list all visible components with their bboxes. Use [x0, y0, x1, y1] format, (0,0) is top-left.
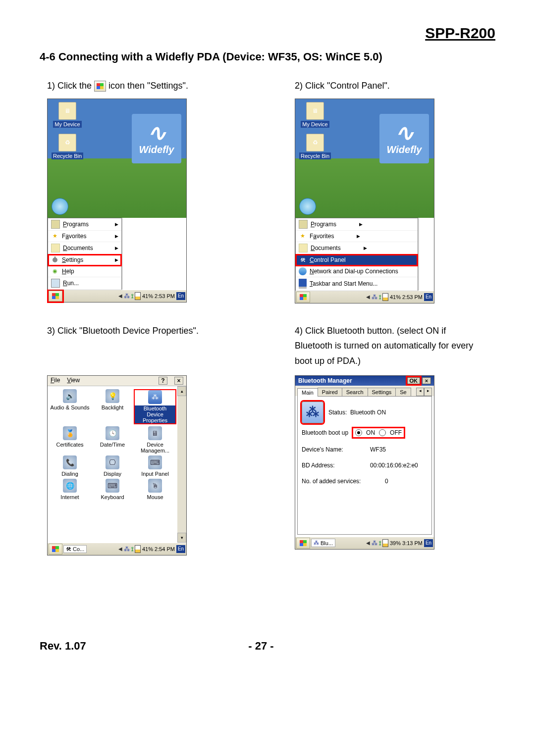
control-panel-grid: 🔊Audio & Sounds 💡Backlight ⁂Bluetooth De…: [48, 386, 177, 543]
step-1: 1) Click the icon then "Settings".: [47, 78, 238, 94]
menu-run[interactable]: Run...: [48, 277, 121, 290]
bootup-radio-group: ON OFF: [353, 428, 404, 437]
menu-view[interactable]: View: [67, 377, 80, 385]
recycle-bin-icon[interactable]: ♻Recycle Bin: [297, 134, 333, 159]
cp-backlight[interactable]: 💡Backlight: [91, 389, 134, 424]
ie-icon[interactable]: [299, 198, 316, 215]
radio-off[interactable]: [379, 429, 386, 436]
taskbar-app[interactable]: 🛠Co...: [63, 545, 87, 553]
menu-programs[interactable]: Programs▶: [48, 218, 121, 231]
settings-submenu: Programs▶ ★Favorites▶ Documents▶ 🛠Contro…: [295, 218, 418, 291]
start-button[interactable]: [49, 544, 62, 554]
tab-nav-left[interactable]: ◂: [416, 388, 424, 396]
screenshot-4: Bluetooth Manager OK × Main Paired Searc…: [295, 375, 434, 550]
start-button[interactable]: [296, 292, 310, 302]
cp-audio[interactable]: 🔊Audio & Sounds: [49, 389, 91, 424]
step-3: 3) Click "Bluetooth Device Properties".: [47, 323, 238, 370]
lang-indicator[interactable]: En: [176, 545, 185, 553]
product-header: SPP-R200: [40, 25, 495, 42]
bluetooth-icon[interactable]: ⁂: [302, 402, 323, 423]
system-tray: ◀ ⁂ ⟟ 41% 2:53 PM En: [366, 293, 433, 301]
menu-documents[interactable]: Documents▶: [296, 242, 418, 254]
tab-search[interactable]: Search: [342, 388, 368, 396]
tab-more[interactable]: Se: [395, 388, 411, 396]
start-icon: [94, 81, 106, 92]
menu-file[interactable]: File: [51, 377, 60, 385]
menu-documents[interactable]: Documents▶: [48, 242, 121, 254]
tab-nav-right[interactable]: ▸: [424, 388, 432, 396]
screenshot-1: 🖥My Device ♻Recycle Bin ∿Widefly Program…: [47, 99, 187, 302]
screenshot-2: 🖥My Device ♻Recycle Bin ∿Widefly Program…: [295, 99, 434, 303]
page-footer: Rev. 1.07 - 27 -: [40, 640, 495, 653]
bd-address: 00:00:16:06:e2:e0: [370, 462, 418, 469]
device-name: WF35: [370, 446, 386, 453]
tab-main[interactable]: Main: [297, 388, 318, 397]
start-button[interactable]: [296, 538, 310, 549]
my-device-icon[interactable]: 🖥My Device: [297, 102, 333, 128]
lang-indicator[interactable]: En: [424, 293, 433, 301]
menu-programs[interactable]: Programs▶: [296, 218, 418, 231]
menu-taskbar[interactable]: Taskbar and Start Menu...: [296, 277, 418, 291]
ok-button[interactable]: OK: [407, 377, 421, 384]
system-tray: ◀⁂⟟ 41%2:54 PM En: [118, 545, 185, 553]
lang-indicator[interactable]: En: [176, 292, 185, 300]
section-title: 4-6 Connecting with a Widefly PDA (Devic…: [40, 50, 495, 63]
services-count: 0: [385, 478, 388, 485]
recycle-bin-icon[interactable]: ♻Recycle Bin: [50, 134, 85, 159]
taskbar: ◀ ⁂ ⟟ 41% 2:53 PM En: [48, 290, 186, 302]
step-2: 2) Click "Control Panel".: [295, 78, 485, 94]
widefly-logo: ∿Widefly: [132, 114, 181, 163]
ie-icon[interactable]: [52, 198, 68, 215]
menu-help[interactable]: ◉Help: [48, 266, 121, 277]
tab-settings[interactable]: Settings: [368, 388, 396, 396]
bt-tabs: Main Paired Search Settings Se ◂▸: [295, 386, 434, 396]
screenshot-3: File View ? × 🔊Audio & Sounds 💡Backlight…: [47, 375, 187, 555]
svg-rect-1: [54, 256, 55, 258]
my-device-icon[interactable]: 🖥My Device: [50, 102, 85, 128]
taskbar: ◀ ⁂ ⟟ 41% 2:53 PM En: [295, 291, 434, 303]
taskbar: 🛠Co... ◀⁂⟟ 41%2:54 PM En: [48, 543, 186, 555]
cp-mouse[interactable]: 🖱Mouse: [134, 479, 176, 500]
menu-favorites[interactable]: ★Favorites▶: [48, 231, 121, 242]
page-number: - 27 -: [248, 640, 273, 653]
radio-on[interactable]: [355, 429, 362, 436]
widefly-logo: ∿Widefly: [379, 114, 429, 163]
menu-settings[interactable]: Settings▶: [48, 254, 121, 266]
cp-inputpanel[interactable]: ⌨Input Panel: [134, 455, 176, 477]
cp-bluetooth[interactable]: ⁂Bluetooth Device Properties: [134, 389, 176, 424]
taskbar: ⁂Blu... ◀⁂⟟ 39%3:13 PM En: [295, 537, 434, 549]
tab-paired[interactable]: Paired: [318, 388, 342, 396]
system-tray: ◀ ⁂ ⟟ 41% 2:53 PM En: [118, 292, 185, 300]
menu-network[interactable]: Network and Dial-up Connections: [296, 266, 418, 277]
revision: Rev. 1.07: [40, 640, 86, 653]
start-menu: Programs▶ ★Favorites▶ Documents▶ Setting…: [48, 218, 122, 290]
taskbar-app[interactable]: ⁂Blu...: [311, 539, 335, 547]
close-button[interactable]: ×: [174, 377, 183, 385]
help-button[interactable]: ?: [159, 377, 167, 385]
scrollbar[interactable]: ▴▾: [177, 386, 186, 543]
start-button[interactable]: [49, 291, 62, 302]
step-4: 4) Click Bluetooth button. (select ON if…: [295, 323, 485, 370]
lang-indicator[interactable]: En: [424, 539, 433, 547]
cp-menubar: File View ? ×: [48, 376, 186, 386]
close-button[interactable]: ×: [422, 377, 431, 384]
cp-display[interactable]: 🖵Display: [91, 455, 134, 477]
cp-keyboard[interactable]: ⌨Keyboard: [91, 479, 134, 500]
cp-internet[interactable]: 🌐Internet: [49, 479, 91, 500]
menu-control-panel[interactable]: 🛠Control Panel: [296, 254, 418, 266]
bt-titlebar: Bluetooth Manager OK ×: [295, 376, 434, 386]
cp-certificates[interactable]: 🏅Certificates: [49, 426, 91, 454]
cp-dialing[interactable]: 📞Dialing: [49, 455, 91, 477]
svg-point-0: [53, 257, 57, 262]
system-tray: ◀⁂⟟ 39%3:13 PM En: [366, 539, 433, 547]
cp-datetime[interactable]: 🕓Date/Time: [91, 426, 134, 454]
menu-favorites[interactable]: ★Favorites▶: [296, 231, 418, 242]
cp-devicemgr[interactable]: 🖥Device Managem...: [134, 426, 176, 454]
